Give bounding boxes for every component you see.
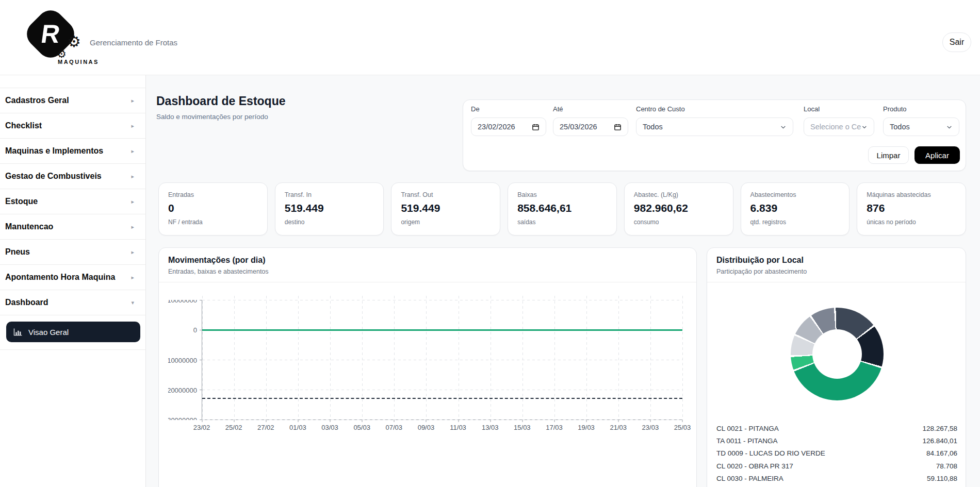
y-tick-label: -10000000: [168, 356, 197, 364]
filter-centro-custo-label: Centro de Custo: [636, 105, 793, 113]
v-gridline: [298, 296, 299, 419]
sidebar-item[interactable]: Dashboard ▾: [0, 290, 145, 315]
donut-hole: [812, 329, 862, 379]
kpi-sublabel: saídas: [517, 219, 607, 226]
line-chart: 100000000-10000000-20000000-30000000 23/…: [159, 282, 696, 487]
chevron-icon: ▸: [131, 148, 134, 155]
chevron-icon: ▸: [131, 249, 134, 256]
legend-row: CL 0033 - ASSIS 54.033: [716, 484, 957, 487]
sidebar-item[interactable]: Estoque ▸: [0, 189, 145, 214]
v-gridline: [586, 296, 587, 419]
apply-filters-button[interactable]: Aplicar: [914, 146, 960, 164]
sidebar-item[interactable]: Checklist ▸: [0, 113, 145, 139]
y-tick-label: 10000000: [168, 300, 197, 304]
filter-ate-date-input[interactable]: 25/03/2026: [553, 117, 628, 136]
v-gridline: [682, 296, 683, 419]
legend-value: 84.167,06: [926, 449, 957, 457]
chevron-icon: ▸: [131, 97, 134, 104]
sidebar-item[interactable]: Pneus ▸: [0, 240, 145, 265]
legend-row: CL 0030 - PALMEIRA 59.110,88: [716, 472, 957, 484]
h-gridline: [202, 390, 682, 390]
calendar-icon: [614, 123, 622, 131]
filter-produto-label: Produto: [883, 105, 959, 113]
kpi-label: Transf. Out: [401, 191, 491, 198]
sidebar-item[interactable]: Manutencao ▸: [0, 214, 145, 240]
x-tick-label: 23/02: [193, 424, 210, 431]
sidebar-item-visao-geral[interactable]: Visao Geral: [6, 322, 140, 342]
x-tick-mark: [330, 419, 331, 422]
legend-row: TA 0011 - PITANGA 126.840,01: [716, 434, 957, 447]
sidebar-item[interactable]: Apontamento Hora Maquina ▸: [0, 265, 145, 290]
filter-centro-custo-value: Todos: [643, 123, 663, 131]
x-tick-label: 07/03: [386, 424, 403, 431]
chart-subtitle: Entradas, baixas e abastecimentos: [168, 268, 687, 275]
kpi-value: 519.449: [285, 202, 374, 214]
x-tick-label: 27/02: [257, 424, 274, 431]
calendar-icon: [532, 123, 540, 131]
donut-legend: CL 0021 - PITANGA 128.267,58 TA 0011 - P…: [716, 422, 957, 487]
v-gridline: [426, 296, 427, 419]
v-gridline: [202, 296, 203, 419]
filter-produto-select[interactable]: Todos: [883, 117, 959, 136]
x-tick-mark: [202, 419, 203, 422]
sidebar-item-label: Estoque: [5, 197, 38, 206]
chevron-icon: ▾: [131, 299, 134, 306]
filter-local-select[interactable]: Selecione o Cent: [804, 117, 874, 136]
kpi-sublabel: destino: [285, 219, 374, 226]
chart-title: Movimentações (por dia): [168, 256, 687, 265]
filter-de-label: De: [471, 105, 546, 113]
chevron-down-icon: [780, 124, 787, 130]
h-gridline: [202, 419, 682, 420]
bar-chart-icon: [13, 328, 22, 336]
kpi-card: Transf. Out 519.449 origem: [391, 182, 500, 236]
series-line-linha-verde-saldo: [202, 329, 682, 331]
chevron-down-icon: [861, 124, 868, 130]
logout-button[interactable]: Sair: [942, 32, 971, 52]
sidebar-item[interactable]: Maquinas e Implementos ▸: [0, 139, 145, 164]
sidebar-item-label: Pneus: [5, 247, 30, 257]
chart-title: Distribuição por Local: [716, 256, 956, 265]
kpi-sublabel: consumo: [634, 219, 724, 226]
h-gridline: [202, 360, 682, 360]
company-logo[interactable]: R ⚙ ⚙ MAQUINAS: [12, 4, 90, 71]
kpi-row: Entradas 0 NF / entrada Transf. In 519.4…: [158, 182, 966, 236]
x-tick-mark: [682, 419, 683, 422]
filter-centro-custo-select[interactable]: Todos: [636, 117, 793, 136]
filter-panel: De 23/02/2026 Até 25/03/2026 C: [463, 99, 966, 171]
x-tick-mark: [266, 419, 267, 422]
sidebar-item-label: Dashboard: [5, 298, 48, 307]
kpi-label: Transf. In: [285, 191, 374, 198]
sidebar-item-label: Gestao de Combustiveis: [5, 172, 102, 181]
v-gridline: [459, 296, 459, 419]
chevron-icon: ▸: [131, 173, 134, 180]
legend-label: TD 0009 - LUCAS DO RIO VERDE: [716, 449, 825, 457]
filter-de-date-input[interactable]: 23/02/2026: [471, 117, 546, 136]
x-tick-label: 17/03: [546, 424, 563, 431]
v-gridline: [234, 296, 235, 419]
v-gridline: [394, 296, 395, 419]
clear-filters-button[interactable]: Limpar: [868, 146, 909, 164]
x-tick-mark: [522, 419, 522, 422]
kpi-card: Entradas 0 NF / entrada: [158, 182, 268, 236]
chart-header: Movimentações (por dia) Entradas, baixas…: [159, 248, 696, 282]
page-title: Dashboard de Estoque: [156, 94, 285, 108]
chevron-icon: ▸: [131, 198, 134, 205]
kpi-sublabel: únicas no período: [867, 219, 956, 226]
kpi-value: 858.646,61: [517, 202, 607, 214]
v-gridline: [618, 296, 619, 419]
kpi-card: Baixas 858.646,61 saídas: [508, 182, 617, 236]
kpi-value: 982.960,62: [634, 202, 724, 214]
y-tick-label: 0: [193, 326, 197, 334]
sidebar-item[interactable]: Cadastros Geral ▸: [0, 88, 145, 113]
v-gridline: [522, 296, 523, 419]
app-root: R ⚙ ⚙ MAQUINAS Gerenciamento de Frotas S…: [0, 0, 980, 487]
page-subtitle: Saldo e movimentações por período: [156, 113, 268, 121]
kpi-sublabel: origem: [401, 219, 491, 226]
x-tick-label: 13/03: [482, 424, 499, 431]
filter-de-value: 23/02/2026: [478, 123, 515, 131]
y-axis-labels: 100000000-10000000-20000000-30000000: [168, 300, 200, 420]
sidebar-item-label: Manutencao: [5, 222, 53, 231]
x-tick-mark: [426, 419, 427, 422]
sidebar-item[interactable]: Gestao de Combustiveis ▸: [0, 164, 145, 189]
plot-area: [202, 300, 682, 420]
